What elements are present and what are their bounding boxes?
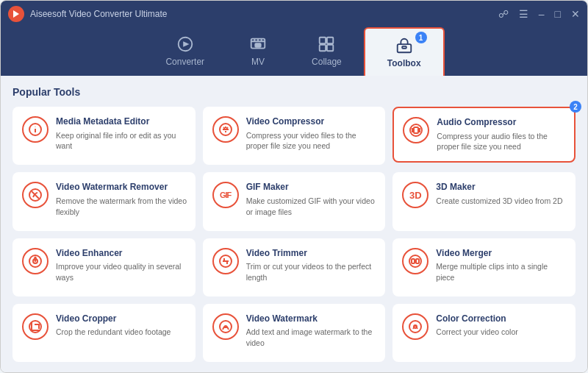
app-window: Aiseesoft Video Converter Ultimate ☍ ☰ –… xyxy=(0,0,588,373)
3d-icon: 3D xyxy=(402,182,429,208)
audio-compressor-badge: 2 xyxy=(570,101,581,113)
svg-rect-11 xyxy=(320,45,326,51)
maximize-icon[interactable]: □ xyxy=(555,8,561,20)
tab-mv-label: MV xyxy=(251,57,265,67)
enhance-icon xyxy=(22,248,49,274)
tool-video-watermark-remover[interactable]: Video Watermark Remover Remove the water… xyxy=(12,172,196,230)
crop-icon xyxy=(22,313,49,340)
tool-info: Video Merger Merge multiple clips into a… xyxy=(436,248,567,283)
tool-desc: Create customized 3D video from 2D xyxy=(436,196,567,207)
svg-line-23 xyxy=(226,127,228,129)
svg-rect-9 xyxy=(320,38,326,43)
svg-rect-8 xyxy=(255,43,260,47)
tool-info: Video Enhancer Improve your video qualit… xyxy=(56,248,187,283)
svg-marker-2 xyxy=(183,41,189,46)
tool-info: Audio Compressor Compress your audio fil… xyxy=(437,117,567,152)
tab-mv[interactable]: MV xyxy=(226,27,290,76)
tool-info: Video Trimmer Trim or cut your videos to… xyxy=(246,248,378,283)
svg-rect-41 xyxy=(412,259,415,263)
svg-point-46 xyxy=(409,321,421,333)
tool-desc: Keep original file info or edit as you w… xyxy=(56,130,187,152)
tool-video-trimmer[interactable]: Video Trimmer Trim or cut your videos to… xyxy=(203,238,386,296)
tool-desc: Trim or cut your videos to the perfect l… xyxy=(246,261,378,283)
merge-icon xyxy=(402,248,429,274)
tab-toolbox[interactable]: 1 Toolbox xyxy=(364,27,445,76)
app-title: Aiseesoft Video Converter Ultimate xyxy=(30,9,498,19)
tool-audio-compressor-wrapper: 2 xyxy=(392,107,576,165)
tool-name: Video Trimmer xyxy=(246,248,378,260)
tool-name: Video Watermark xyxy=(246,313,378,325)
tool-audio-compressor[interactable]: Audio Compressor Compress your audio fil… xyxy=(392,107,576,163)
tool-name: Video Cropper xyxy=(56,313,187,325)
main-content: Popular Tools Media Metadata Editor Keep… xyxy=(1,76,587,372)
compress-icon xyxy=(212,116,239,143)
tool-video-merger[interactable]: Video Merger Merge multiple clips into a… xyxy=(392,238,576,296)
svg-rect-10 xyxy=(327,38,333,43)
svg-line-33 xyxy=(32,191,39,199)
tools-grid: Media Metadata Editor Keep original file… xyxy=(12,107,576,362)
tool-name: Color Correction xyxy=(436,313,567,325)
tool-desc: Merge multiple clips into a single piece xyxy=(436,261,567,283)
trim-icon xyxy=(212,248,239,274)
tool-media-metadata-editor[interactable]: Media Metadata Editor Keep original file… xyxy=(12,107,196,165)
window-controls: ☍ ☰ – □ ✕ xyxy=(498,8,580,20)
gif-icon: GIF xyxy=(212,182,239,208)
chat-icon[interactable]: ☍ xyxy=(498,8,509,20)
tool-info: Color Correction Correct your video colo… xyxy=(436,313,567,338)
audio-compress-icon xyxy=(403,117,429,143)
app-logo xyxy=(8,6,24,22)
svg-rect-14 xyxy=(402,46,406,49)
tab-collage-label: Collage xyxy=(312,57,342,67)
tool-desc: Improve your video quality in several wa… xyxy=(56,261,187,283)
tool-video-enhancer[interactable]: Video Enhancer Improve your video qualit… xyxy=(12,238,196,296)
tool-desc: Crop the redundant video footage xyxy=(56,327,187,338)
info-icon xyxy=(22,116,49,143)
tool-color-correction[interactable]: Color Correction Correct your video colo… xyxy=(392,304,576,362)
tab-converter-label: Converter xyxy=(165,57,204,67)
tool-name: GIF Maker xyxy=(246,182,378,193)
tool-desc: Make customized GIF with your video or i… xyxy=(246,196,378,217)
tool-desc: Compress your audio files to the proper … xyxy=(437,131,567,152)
svg-marker-0 xyxy=(13,10,19,18)
titlebar: Aiseesoft Video Converter Ultimate ☍ ☰ –… xyxy=(1,1,587,27)
tool-desc: Correct your video color xyxy=(436,327,567,338)
tool-3d-maker[interactable]: 3D 3D Maker Create customized 3D video f… xyxy=(392,172,576,230)
tool-info: Video Compressor Compress your video fil… xyxy=(246,116,378,152)
tab-collage[interactable]: Collage xyxy=(290,27,364,76)
tool-name: Media Metadata Editor xyxy=(56,116,187,128)
tool-info: Video Cropper Crop the redundant video f… xyxy=(56,313,187,338)
tool-video-watermark[interactable]: Video Watermark Add text and image water… xyxy=(203,304,386,362)
tool-desc: Add text and image watermark to the vide… xyxy=(246,327,378,348)
tool-video-compressor[interactable]: Video Compressor Compress your video fil… xyxy=(203,107,386,165)
tool-info: GIF Maker Make customized GIF with your … xyxy=(246,182,378,217)
tool-name: Video Enhancer xyxy=(56,248,187,260)
tool-name: Audio Compressor xyxy=(437,117,567,129)
nav-bar: Converter MV Collage xyxy=(1,27,587,76)
section-title: Popular Tools xyxy=(12,86,576,98)
tool-info: Video Watermark Remover Remove the water… xyxy=(56,182,187,217)
toolbox-badge: 1 xyxy=(415,32,427,43)
tool-info: 3D Maker Create customized 3D video from… xyxy=(436,182,567,206)
tool-name: Video Watermark Remover xyxy=(56,182,187,193)
svg-line-22 xyxy=(223,127,225,129)
tool-gif-maker[interactable]: GIF GIF Maker Make customized GIF with y… xyxy=(203,172,386,230)
minimize-icon[interactable]: – xyxy=(539,8,545,20)
watermark-icon xyxy=(212,313,239,340)
color-icon xyxy=(402,313,429,340)
svg-rect-25 xyxy=(414,127,418,133)
menu-icon[interactable]: ☰ xyxy=(519,8,528,20)
watermark-remove-icon xyxy=(22,182,49,208)
tab-converter[interactable]: Converter xyxy=(143,27,226,76)
tool-desc: Compress your video files to the proper … xyxy=(246,130,378,152)
svg-rect-12 xyxy=(327,45,333,51)
tool-info: Media Metadata Editor Keep original file… xyxy=(56,116,187,152)
tool-name: 3D Maker xyxy=(436,182,567,193)
tool-video-cropper[interactable]: Video Cropper Crop the redundant video f… xyxy=(12,304,196,362)
tab-toolbox-label: Toolbox xyxy=(387,58,421,68)
svg-rect-42 xyxy=(416,259,419,263)
tool-name: Video Merger xyxy=(436,248,567,260)
tool-name: Video Compressor xyxy=(246,116,378,128)
svg-point-47 xyxy=(414,325,417,328)
tool-desc: Remove the watermark from the video flex… xyxy=(56,196,187,217)
close-icon[interactable]: ✕ xyxy=(571,8,580,20)
